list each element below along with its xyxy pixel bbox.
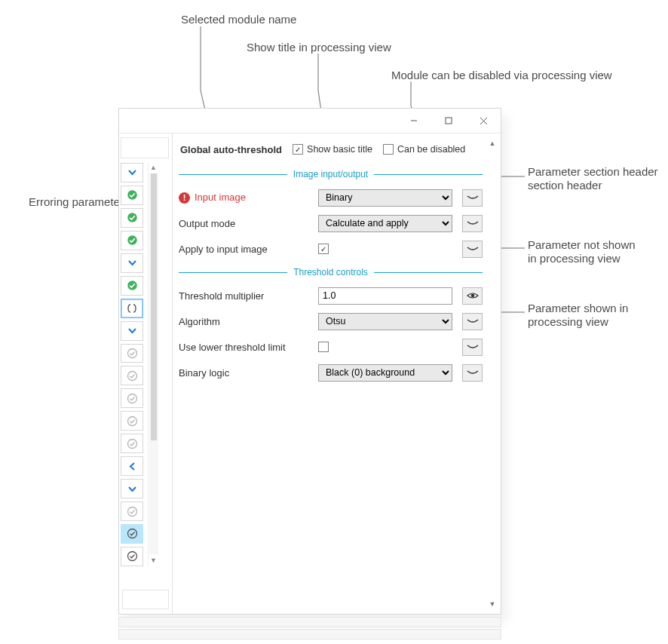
param-label: !Input image xyxy=(179,192,318,204)
module-header-row: Global auto-threshold ✓ Show basic title… xyxy=(179,139,495,161)
module-list-item[interactable] xyxy=(121,276,143,296)
module-list-item[interactable] xyxy=(121,547,143,566)
module-list-item[interactable] xyxy=(121,186,143,205)
param-select-input_image[interactable]: Binary xyxy=(318,189,452,207)
left-top-box xyxy=(121,137,169,158)
main-scrollbar[interactable]: ▲ ▼ xyxy=(487,138,498,609)
main-scroll-down-icon[interactable]: ▼ xyxy=(488,599,497,609)
param-row-output_mode: Output modeCalculate and apply xyxy=(179,213,495,234)
minimize-button[interactable] xyxy=(397,109,431,133)
module-list-scrollbar[interactable]: ▲ ▼ xyxy=(148,161,158,566)
module-list-item[interactable] xyxy=(121,344,143,363)
svg-point-13 xyxy=(470,294,474,298)
module-list-item[interactable] xyxy=(121,253,143,273)
param-label: Algorithm xyxy=(179,316,318,327)
close-button[interactable] xyxy=(466,109,501,133)
module-list-item[interactable] xyxy=(121,321,143,341)
module-list-item[interactable] xyxy=(121,208,143,228)
svg-point-6 xyxy=(127,371,136,380)
param-row-thresh_mult: Threshold multiplier xyxy=(179,285,495,306)
visibility-hidden-button[interactable] xyxy=(462,215,483,232)
section: Threshold controlsThreshold multiplierAl… xyxy=(179,267,495,383)
show-basic-title-label: Show basic title xyxy=(307,144,372,155)
svg-point-1 xyxy=(127,191,136,200)
param-checkbox-apply_input[interactable]: ✓ xyxy=(318,244,329,254)
section-title: Image input/output xyxy=(293,169,368,179)
param-row-binary_logic: Binary logicBlack (0) background xyxy=(179,362,495,383)
can-be-disabled-label: Can be disabled xyxy=(397,144,465,155)
param-row-algorithm: AlgorithmOtsu xyxy=(179,311,495,332)
close-icon xyxy=(480,117,488,125)
param-label: Threshold multiplier xyxy=(179,290,318,302)
module-list-item[interactable] xyxy=(121,388,143,408)
module-list-item[interactable] xyxy=(121,501,143,521)
param-row-apply_input: Apply to input image✓ xyxy=(179,238,495,259)
can-be-disabled-checkbox[interactable]: Can be disabled xyxy=(383,144,465,155)
parameter-pane: ▲ ▼ Global auto-threshold ✓ Show basic t… xyxy=(173,133,501,614)
section-header: Threshold controls xyxy=(179,267,495,278)
checkbox-icon: ✓ xyxy=(293,144,303,155)
visibility-hidden-button[interactable] xyxy=(462,364,483,382)
module-list-item[interactable] xyxy=(121,456,143,476)
maximize-icon xyxy=(445,117,452,124)
svg-point-7 xyxy=(127,394,136,403)
visibility-hidden-button[interactable] xyxy=(462,313,483,330)
svg-point-4 xyxy=(127,281,136,290)
svg-point-11 xyxy=(127,529,136,538)
svg-point-10 xyxy=(127,507,136,516)
module-icon-column xyxy=(121,161,146,566)
module-list-item[interactable] xyxy=(121,479,143,498)
visibility-hidden-button[interactable] xyxy=(462,189,483,207)
svg-point-2 xyxy=(127,213,136,222)
svg-rect-0 xyxy=(446,118,452,124)
titlebar xyxy=(119,109,501,133)
statusbar-1 xyxy=(118,617,501,627)
svg-point-3 xyxy=(127,236,136,245)
show-basic-title-checkbox[interactable]: ✓ Show basic title xyxy=(293,144,372,155)
param-input-thresh_mult[interactable] xyxy=(318,287,452,305)
module-list-item[interactable] xyxy=(121,411,143,431)
scroll-thumb[interactable] xyxy=(151,173,157,440)
scroll-track[interactable] xyxy=(149,173,158,554)
minimize-icon xyxy=(410,117,418,124)
module-list-item[interactable] xyxy=(121,299,143,318)
param-select-algorithm[interactable]: Otsu xyxy=(318,313,452,330)
svg-point-12 xyxy=(127,552,136,561)
param-checkbox-use_lower[interactable] xyxy=(318,342,329,352)
maximize-button[interactable] xyxy=(431,109,466,133)
param-label: Use lower threshold limit xyxy=(179,342,318,353)
svg-point-9 xyxy=(127,439,136,448)
param-label: Output mode xyxy=(179,218,318,229)
left-bottom-box xyxy=(122,590,169,609)
visibility-shown-button[interactable] xyxy=(462,287,483,305)
main-scroll-up-icon[interactable]: ▲ xyxy=(488,138,497,149)
param-select-output_mode[interactable]: Calculate and apply xyxy=(318,215,452,232)
visibility-hidden-button[interactable] xyxy=(462,339,483,356)
module-list-item[interactable] xyxy=(121,163,143,182)
scroll-down-icon[interactable]: ▼ xyxy=(149,554,158,566)
param-row-input_image: !Input imageBinary xyxy=(179,187,495,208)
error-icon: ! xyxy=(179,192,190,204)
section-header: Image input/output xyxy=(179,169,495,179)
module-list-item[interactable] xyxy=(121,434,143,453)
section: Image input/output!Input imageBinaryOutp… xyxy=(179,169,495,259)
module-title: Global auto-threshold xyxy=(180,144,282,155)
svg-point-8 xyxy=(127,416,136,425)
scroll-up-icon[interactable]: ▲ xyxy=(149,161,158,173)
visibility-hidden-button[interactable] xyxy=(462,241,483,258)
statusbar-2 xyxy=(118,629,501,639)
app-window: ▲ ▼ ▲ ▼ Global auto-threshold ✓ Show bas… xyxy=(118,108,501,615)
checkbox-icon xyxy=(383,144,394,155)
param-select-binary_logic[interactable]: Black (0) background xyxy=(318,364,452,382)
section-title: Threshold controls xyxy=(293,267,368,278)
module-list-item[interactable] xyxy=(121,524,143,544)
module-list-item[interactable] xyxy=(121,366,143,385)
param-row-use_lower: Use lower threshold limit xyxy=(179,336,495,357)
module-list-item[interactable] xyxy=(121,231,143,250)
param-label: Apply to input image xyxy=(179,244,318,255)
svg-point-5 xyxy=(127,348,136,357)
module-list-pane: ▲ ▼ xyxy=(119,133,173,614)
param-label: Binary logic xyxy=(179,367,318,379)
